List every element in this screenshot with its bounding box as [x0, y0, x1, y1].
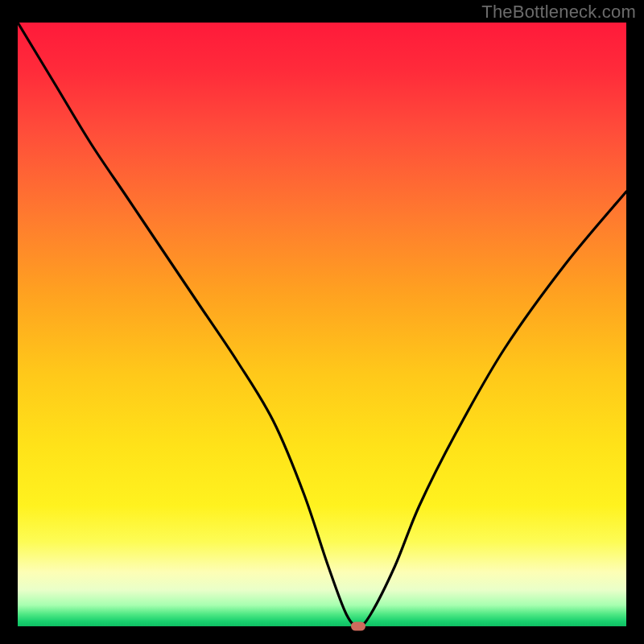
- watermark-text: TheBottleneck.com: [481, 2, 636, 23]
- bottleneck-marker: [351, 622, 365, 631]
- plot-area: [18, 23, 626, 626]
- bottleneck-curve: [18, 23, 626, 626]
- chart-frame: TheBottleneck.com: [0, 0, 644, 644]
